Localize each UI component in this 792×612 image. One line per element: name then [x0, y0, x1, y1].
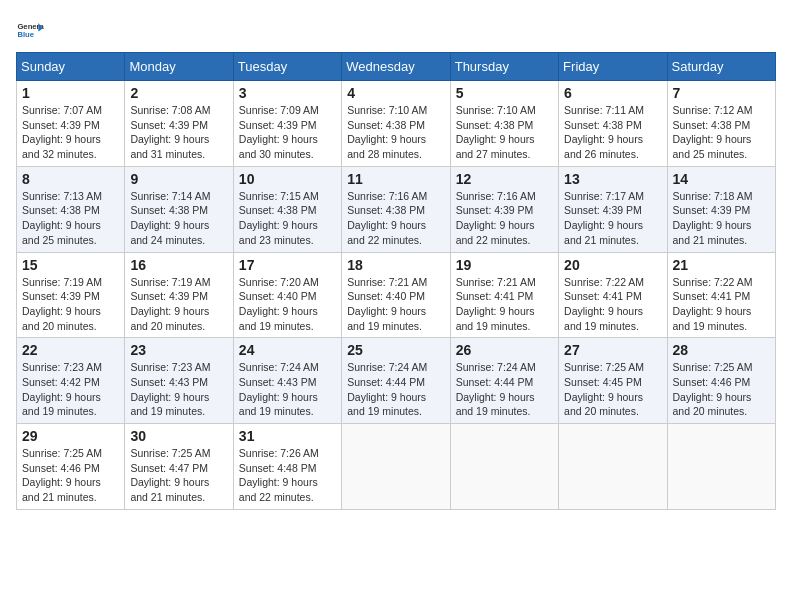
day-number: 3	[239, 85, 336, 101]
header-tuesday: Tuesday	[233, 53, 341, 81]
day-cell-28: 28Sunrise: 7:25 AMSunset: 4:46 PMDayligh…	[667, 338, 775, 424]
day-number: 17	[239, 257, 336, 273]
header-saturday: Saturday	[667, 53, 775, 81]
header-sunday: Sunday	[17, 53, 125, 81]
day-number: 27	[564, 342, 661, 358]
day-detail: Sunrise: 7:19 AMSunset: 4:39 PMDaylight:…	[130, 275, 227, 334]
empty-cell	[450, 424, 558, 510]
day-cell-12: 12Sunrise: 7:16 AMSunset: 4:39 PMDayligh…	[450, 166, 558, 252]
day-number: 26	[456, 342, 553, 358]
day-number: 15	[22, 257, 119, 273]
day-cell-18: 18Sunrise: 7:21 AMSunset: 4:40 PMDayligh…	[342, 252, 450, 338]
day-number: 11	[347, 171, 444, 187]
day-number: 31	[239, 428, 336, 444]
calendar: SundayMondayTuesdayWednesdayThursdayFrid…	[16, 52, 776, 510]
day-detail: Sunrise: 7:07 AMSunset: 4:39 PMDaylight:…	[22, 103, 119, 162]
day-detail: Sunrise: 7:11 AMSunset: 4:38 PMDaylight:…	[564, 103, 661, 162]
logo-icon: General Blue	[16, 16, 44, 44]
calendar-header-row: SundayMondayTuesdayWednesdayThursdayFrid…	[17, 53, 776, 81]
day-detail: Sunrise: 7:14 AMSunset: 4:38 PMDaylight:…	[130, 189, 227, 248]
day-detail: Sunrise: 7:15 AMSunset: 4:38 PMDaylight:…	[239, 189, 336, 248]
day-number: 18	[347, 257, 444, 273]
day-cell-26: 26Sunrise: 7:24 AMSunset: 4:44 PMDayligh…	[450, 338, 558, 424]
day-number: 16	[130, 257, 227, 273]
day-cell-25: 25Sunrise: 7:24 AMSunset: 4:44 PMDayligh…	[342, 338, 450, 424]
day-detail: Sunrise: 7:26 AMSunset: 4:48 PMDaylight:…	[239, 446, 336, 505]
day-number: 4	[347, 85, 444, 101]
day-detail: Sunrise: 7:23 AMSunset: 4:42 PMDaylight:…	[22, 360, 119, 419]
day-number: 10	[239, 171, 336, 187]
day-number: 22	[22, 342, 119, 358]
week-row-2: 8Sunrise: 7:13 AMSunset: 4:38 PMDaylight…	[17, 166, 776, 252]
day-number: 30	[130, 428, 227, 444]
day-cell-20: 20Sunrise: 7:22 AMSunset: 4:41 PMDayligh…	[559, 252, 667, 338]
page-header: General Blue	[16, 16, 776, 44]
day-number: 24	[239, 342, 336, 358]
day-cell-23: 23Sunrise: 7:23 AMSunset: 4:43 PMDayligh…	[125, 338, 233, 424]
day-cell-4: 4Sunrise: 7:10 AMSunset: 4:38 PMDaylight…	[342, 81, 450, 167]
day-number: 8	[22, 171, 119, 187]
day-cell-17: 17Sunrise: 7:20 AMSunset: 4:40 PMDayligh…	[233, 252, 341, 338]
day-number: 20	[564, 257, 661, 273]
day-cell-3: 3Sunrise: 7:09 AMSunset: 4:39 PMDaylight…	[233, 81, 341, 167]
day-cell-5: 5Sunrise: 7:10 AMSunset: 4:38 PMDaylight…	[450, 81, 558, 167]
day-cell-13: 13Sunrise: 7:17 AMSunset: 4:39 PMDayligh…	[559, 166, 667, 252]
day-number: 19	[456, 257, 553, 273]
day-cell-15: 15Sunrise: 7:19 AMSunset: 4:39 PMDayligh…	[17, 252, 125, 338]
day-detail: Sunrise: 7:16 AMSunset: 4:38 PMDaylight:…	[347, 189, 444, 248]
day-detail: Sunrise: 7:22 AMSunset: 4:41 PMDaylight:…	[564, 275, 661, 334]
empty-cell	[342, 424, 450, 510]
day-cell-7: 7Sunrise: 7:12 AMSunset: 4:38 PMDaylight…	[667, 81, 775, 167]
day-number: 12	[456, 171, 553, 187]
day-detail: Sunrise: 7:16 AMSunset: 4:39 PMDaylight:…	[456, 189, 553, 248]
day-cell-11: 11Sunrise: 7:16 AMSunset: 4:38 PMDayligh…	[342, 166, 450, 252]
day-number: 14	[673, 171, 770, 187]
week-row-3: 15Sunrise: 7:19 AMSunset: 4:39 PMDayligh…	[17, 252, 776, 338]
week-row-4: 22Sunrise: 7:23 AMSunset: 4:42 PMDayligh…	[17, 338, 776, 424]
day-detail: Sunrise: 7:21 AMSunset: 4:40 PMDaylight:…	[347, 275, 444, 334]
day-number: 5	[456, 85, 553, 101]
day-cell-21: 21Sunrise: 7:22 AMSunset: 4:41 PMDayligh…	[667, 252, 775, 338]
day-detail: Sunrise: 7:12 AMSunset: 4:38 PMDaylight:…	[673, 103, 770, 162]
day-detail: Sunrise: 7:22 AMSunset: 4:41 PMDaylight:…	[673, 275, 770, 334]
day-detail: Sunrise: 7:10 AMSunset: 4:38 PMDaylight:…	[456, 103, 553, 162]
day-detail: Sunrise: 7:13 AMSunset: 4:38 PMDaylight:…	[22, 189, 119, 248]
day-cell-1: 1Sunrise: 7:07 AMSunset: 4:39 PMDaylight…	[17, 81, 125, 167]
day-cell-8: 8Sunrise: 7:13 AMSunset: 4:38 PMDaylight…	[17, 166, 125, 252]
day-cell-27: 27Sunrise: 7:25 AMSunset: 4:45 PMDayligh…	[559, 338, 667, 424]
day-number: 13	[564, 171, 661, 187]
header-monday: Monday	[125, 53, 233, 81]
day-detail: Sunrise: 7:09 AMSunset: 4:39 PMDaylight:…	[239, 103, 336, 162]
header-friday: Friday	[559, 53, 667, 81]
day-detail: Sunrise: 7:25 AMSunset: 4:46 PMDaylight:…	[22, 446, 119, 505]
day-number: 1	[22, 85, 119, 101]
header-wednesday: Wednesday	[342, 53, 450, 81]
day-cell-29: 29Sunrise: 7:25 AMSunset: 4:46 PMDayligh…	[17, 424, 125, 510]
day-number: 23	[130, 342, 227, 358]
day-cell-9: 9Sunrise: 7:14 AMSunset: 4:38 PMDaylight…	[125, 166, 233, 252]
day-detail: Sunrise: 7:24 AMSunset: 4:44 PMDaylight:…	[347, 360, 444, 419]
day-cell-22: 22Sunrise: 7:23 AMSunset: 4:42 PMDayligh…	[17, 338, 125, 424]
day-detail: Sunrise: 7:25 AMSunset: 4:47 PMDaylight:…	[130, 446, 227, 505]
day-cell-16: 16Sunrise: 7:19 AMSunset: 4:39 PMDayligh…	[125, 252, 233, 338]
week-row-1: 1Sunrise: 7:07 AMSunset: 4:39 PMDaylight…	[17, 81, 776, 167]
day-detail: Sunrise: 7:10 AMSunset: 4:38 PMDaylight:…	[347, 103, 444, 162]
day-number: 6	[564, 85, 661, 101]
day-number: 2	[130, 85, 227, 101]
day-cell-14: 14Sunrise: 7:18 AMSunset: 4:39 PMDayligh…	[667, 166, 775, 252]
day-number: 21	[673, 257, 770, 273]
day-detail: Sunrise: 7:24 AMSunset: 4:44 PMDaylight:…	[456, 360, 553, 419]
day-detail: Sunrise: 7:18 AMSunset: 4:39 PMDaylight:…	[673, 189, 770, 248]
day-cell-31: 31Sunrise: 7:26 AMSunset: 4:48 PMDayligh…	[233, 424, 341, 510]
day-detail: Sunrise: 7:19 AMSunset: 4:39 PMDaylight:…	[22, 275, 119, 334]
day-detail: Sunrise: 7:25 AMSunset: 4:46 PMDaylight:…	[673, 360, 770, 419]
day-cell-2: 2Sunrise: 7:08 AMSunset: 4:39 PMDaylight…	[125, 81, 233, 167]
day-number: 9	[130, 171, 227, 187]
empty-cell	[559, 424, 667, 510]
svg-text:Blue: Blue	[17, 30, 34, 39]
logo: General Blue	[16, 16, 44, 44]
day-detail: Sunrise: 7:17 AMSunset: 4:39 PMDaylight:…	[564, 189, 661, 248]
empty-cell	[667, 424, 775, 510]
day-cell-6: 6Sunrise: 7:11 AMSunset: 4:38 PMDaylight…	[559, 81, 667, 167]
day-number: 29	[22, 428, 119, 444]
